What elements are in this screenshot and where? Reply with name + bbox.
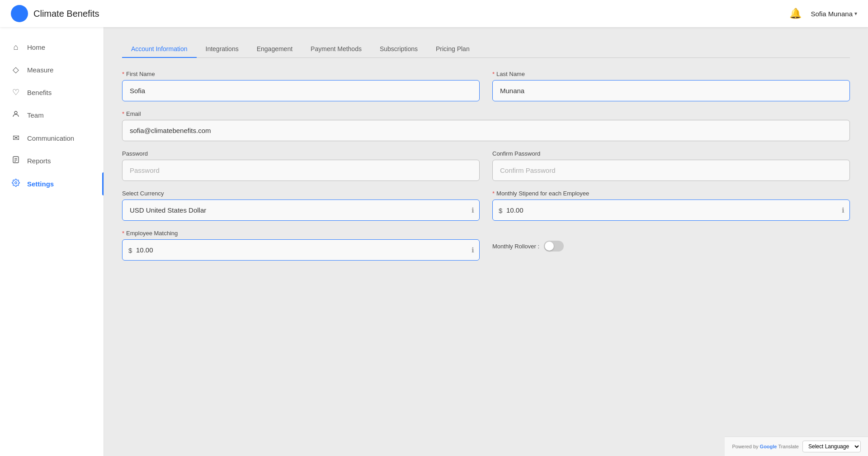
password-group: Password	[122, 150, 480, 181]
select-currency-input[interactable]	[122, 200, 480, 221]
sidebar-item-label-benefits: Benefits	[27, 89, 52, 96]
currency-input-wrapper: ℹ	[122, 200, 480, 221]
main-layout: ⌂ Home ◇ Measure ♡ Benefits Team ✉ Commu…	[0, 27, 868, 456]
communication-icon: ✉	[11, 133, 21, 143]
top-nav: Climate Benefits 🔔 Sofia Munana ▾	[0, 0, 868, 27]
password-row: Password Confirm Password	[122, 150, 850, 181]
email-group: *Email	[122, 110, 850, 141]
info-icon-stipend: ℹ	[842, 206, 844, 214]
sidebar-item-label-measure: Measure	[27, 66, 53, 74]
sidebar-item-measure[interactable]: ◇ Measure	[0, 58, 104, 81]
rollover-row: Monthly Rollover :	[492, 241, 850, 252]
settings-icon	[11, 179, 21, 189]
sidebar-item-reports[interactable]: Reports	[0, 149, 104, 172]
measure-icon: ◇	[11, 65, 21, 75]
password-label: Password	[122, 150, 480, 157]
employee-matching-input[interactable]	[122, 239, 480, 261]
user-name-label: Sofia Munana	[811, 10, 853, 18]
sidebar-item-label-communication: Communication	[27, 134, 74, 142]
monthly-rollover-toggle[interactable]	[544, 241, 564, 252]
confirm-password-input[interactable]	[492, 160, 850, 181]
info-icon-currency: ℹ	[472, 206, 474, 214]
name-row: *First Name *Last Name	[122, 71, 850, 101]
confirm-password-group: Confirm Password	[492, 150, 850, 181]
first-name-input[interactable]	[122, 80, 480, 101]
toggle-knob	[545, 242, 554, 251]
home-icon: ⌂	[11, 43, 21, 52]
user-menu[interactable]: Sofia Munana ▾	[811, 10, 857, 18]
tabs-bar: Account Information Integrations Engagem…	[122, 41, 850, 58]
tab-payment-methods[interactable]: Payment Methods	[302, 41, 371, 58]
svg-point-5	[15, 182, 17, 184]
matching-rollover-row: *Employee Matching $ ℹ Monthly Rollover …	[122, 230, 850, 261]
email-row: *Email	[122, 110, 850, 141]
reports-icon	[11, 156, 21, 166]
stipend-input-wrapper: $ ℹ	[492, 200, 850, 221]
tab-subscriptions[interactable]: Subscriptions	[371, 41, 427, 58]
tab-account-information[interactable]: Account Information	[122, 41, 197, 58]
sidebar-item-label-team: Team	[27, 111, 44, 119]
monthly-rollover-group: Monthly Rollover :	[492, 230, 850, 261]
confirm-password-label: Confirm Password	[492, 150, 850, 157]
info-icon-matching: ℹ	[472, 246, 474, 254]
app-title: Climate Benefits	[33, 9, 99, 19]
monthly-stipend-input[interactable]	[492, 200, 850, 221]
nav-left: Climate Benefits	[11, 5, 99, 22]
sidebar-item-label-settings: Settings	[27, 180, 54, 188]
employee-matching-group: *Employee Matching $ ℹ	[122, 230, 480, 261]
google-text: Google	[760, 444, 778, 449]
monthly-stipend-group: *Monthly Stipend for each Employee $ ℹ	[492, 190, 850, 221]
sidebar-item-settings[interactable]: Settings	[0, 172, 104, 195]
tab-integrations[interactable]: Integrations	[197, 41, 248, 58]
notification-bell-icon[interactable]: 🔔	[789, 8, 802, 19]
chevron-down-icon: ▾	[854, 10, 857, 17]
translate-bar: Powered by Google Translate Select Langu…	[725, 437, 868, 456]
sidebar-item-team[interactable]: Team	[0, 104, 104, 127]
monthly-rollover-label: Monthly Rollover :	[492, 243, 539, 250]
monthly-stipend-label: *Monthly Stipend for each Employee	[492, 190, 850, 197]
svg-rect-1	[13, 157, 19, 163]
email-label: *Email	[122, 110, 850, 117]
content-area: Account Information Integrations Engagem…	[104, 27, 868, 456]
last-name-label: *Last Name	[492, 71, 850, 77]
first-name-label: *First Name	[122, 71, 480, 77]
last-name-group: *Last Name	[492, 71, 850, 101]
sidebar-item-label-reports: Reports	[27, 157, 51, 165]
powered-by-text: Powered by Google Translate	[732, 444, 799, 449]
tab-engagement[interactable]: Engagement	[248, 41, 302, 58]
last-name-input[interactable]	[492, 80, 850, 101]
sidebar: ⌂ Home ◇ Measure ♡ Benefits Team ✉ Commu…	[0, 27, 104, 456]
sidebar-item-benefits[interactable]: ♡ Benefits	[0, 81, 104, 104]
sidebar-item-home[interactable]: ⌂ Home	[0, 36, 104, 58]
select-currency-group: Select Currency ℹ	[122, 190, 480, 221]
password-input[interactable]	[122, 160, 480, 181]
team-icon	[11, 110, 21, 120]
first-name-group: *First Name	[122, 71, 480, 101]
tab-pricing-plan[interactable]: Pricing Plan	[427, 41, 479, 58]
nav-right: 🔔 Sofia Munana ▾	[789, 8, 857, 19]
email-input[interactable]	[122, 120, 850, 141]
sidebar-item-label-home: Home	[27, 43, 45, 51]
svg-point-0	[14, 111, 17, 114]
select-currency-label: Select Currency	[122, 190, 480, 197]
currency-stipend-row: Select Currency ℹ *Monthly Stipend for e…	[122, 190, 850, 221]
app-logo	[11, 5, 28, 22]
benefits-icon: ♡	[11, 87, 21, 97]
sidebar-item-communication[interactable]: ✉ Communication	[0, 127, 104, 149]
stipend-currency-symbol: $	[499, 206, 502, 214]
employee-matching-label: *Employee Matching	[122, 230, 480, 237]
language-select[interactable]: Select Language	[802, 441, 861, 452]
matching-input-wrapper: $ ℹ	[122, 239, 480, 261]
matching-currency-symbol: $	[128, 246, 132, 254]
